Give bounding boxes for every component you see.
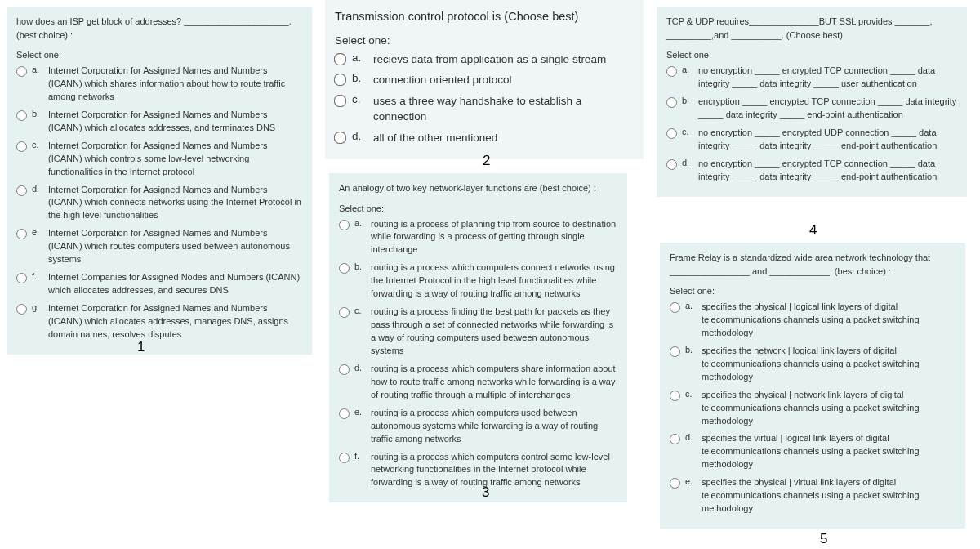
question-number-1: 1: [137, 339, 145, 355]
question-4-prompt: TCP & UDP requires______________BUT SSL …: [666, 15, 957, 42]
radio-icon[interactable]: [339, 263, 350, 274]
option-c[interactable]: c.no encryption _____ encrypted UDP conn…: [666, 127, 957, 153]
radio-icon[interactable]: [16, 110, 27, 121]
option-e[interactable]: e.Internet Corporation for Assigned Name…: [16, 227, 302, 266]
radio-icon[interactable]: [334, 74, 347, 87]
option-b[interactable]: b.routing is a process which computers c…: [339, 261, 617, 301]
question-3-options: a.routing is a process of planning trip …: [339, 218, 617, 490]
question-5-selectlabel: Select one:: [670, 286, 956, 296]
question-2: Transmission control protocol is (Choose…: [325, 0, 644, 159]
radio-icon[interactable]: [666, 97, 677, 108]
radio-icon[interactable]: [339, 453, 350, 463]
option-d[interactable]: d.specifies the virtual | logical link l…: [670, 432, 956, 471]
option-e[interactable]: e.routing is a process which computers u…: [339, 407, 617, 446]
question-2-options: a.recievs data from application as a sin…: [335, 51, 634, 146]
radio-icon[interactable]: [670, 346, 680, 357]
question-number-3: 3: [482, 484, 489, 501]
option-b[interactable]: b.specifies the network | logical link l…: [670, 345, 956, 384]
radio-icon[interactable]: [666, 66, 677, 77]
option-c[interactable]: c.specifies the physical | network link …: [670, 389, 956, 428]
question-number-4: 4: [809, 222, 817, 239]
radio-icon[interactable]: [16, 141, 27, 152]
radio-icon[interactable]: [334, 52, 347, 65]
option-a[interactable]: a.specifies the physical | logical link …: [670, 301, 956, 340]
question-3-selectlabel: Select one:: [339, 203, 617, 213]
option-d[interactable]: d.no encryption _____ encrypted TCP conn…: [666, 158, 957, 184]
radio-icon[interactable]: [16, 185, 27, 196]
radio-icon[interactable]: [670, 478, 680, 489]
question-4-selectlabel: Select one:: [666, 50, 957, 60]
question-2-selectlabel: Select one:: [335, 34, 634, 47]
radio-icon[interactable]: [666, 159, 677, 170]
radio-icon[interactable]: [339, 408, 350, 419]
radio-icon[interactable]: [16, 66, 27, 77]
option-f[interactable]: f.Internet Companies for Assigned Nodes …: [16, 271, 302, 297]
radio-icon[interactable]: [670, 391, 680, 401]
radio-icon[interactable]: [16, 273, 27, 283]
question-1-options: a.Internet Corporation for Assigned Name…: [16, 65, 302, 341]
option-d[interactable]: d.routing is a process which computers s…: [339, 363, 617, 402]
option-b[interactable]: b.encryption _____ encrypted TCP connect…: [666, 96, 957, 122]
radio-icon[interactable]: [666, 128, 677, 139]
option-g[interactable]: g.Internet Corporation for Assigned Name…: [16, 302, 302, 341]
radio-icon[interactable]: [334, 132, 347, 145]
radio-icon[interactable]: [339, 220, 350, 230]
radio-icon[interactable]: [16, 229, 27, 239]
option-d[interactable]: d.all of the other mentioned: [335, 130, 634, 146]
question-5-prompt: Frame Relay is a standardized wide area …: [670, 251, 956, 278]
option-b[interactable]: b.Internet Corporation for Assigned Name…: [16, 109, 302, 135]
radio-icon[interactable]: [670, 302, 680, 313]
question-3: An analogy of two key network-layer func…: [329, 173, 627, 502]
radio-icon[interactable]: [339, 364, 350, 375]
question-1: how does an ISP get block of addresses? …: [7, 7, 312, 355]
option-a[interactable]: a.Internet Corporation for Assigned Name…: [16, 65, 302, 104]
question-3-prompt: An analogy of two key network-layer func…: [339, 181, 617, 195]
question-4-options: a.no encryption _____ encrypted TCP conn…: [666, 65, 957, 184]
option-c[interactable]: c.uses a three way handshake to establis…: [335, 93, 634, 125]
question-5: Frame Relay is a standardized wide area …: [660, 243, 965, 529]
option-e[interactable]: e.specifies the physical | virtual link …: [670, 476, 956, 516]
radio-icon[interactable]: [670, 434, 680, 444]
question-number-5: 5: [820, 531, 827, 547]
option-c[interactable]: c.Internet Corporation for Assigned Name…: [16, 140, 302, 179]
option-a[interactable]: a.routing is a process of planning trip …: [339, 218, 617, 257]
radio-icon[interactable]: [334, 95, 347, 108]
question-5-options: a.specifies the physical | logical link …: [670, 301, 956, 516]
option-a[interactable]: a.no encryption _____ encrypted TCP conn…: [666, 65, 957, 91]
radio-icon[interactable]: [16, 304, 27, 315]
question-4: TCP & UDP requires______________BUT SSL …: [657, 7, 967, 197]
question-2-prompt: Transmission control protocol is (Choose…: [335, 8, 634, 26]
question-1-prompt: how does an ISP get block of addresses? …: [16, 15, 302, 42]
option-b[interactable]: b.connection oriented protocol: [335, 72, 634, 88]
question-number-2: 2: [483, 153, 490, 169]
option-f[interactable]: f.routing is a process which computers c…: [339, 451, 617, 490]
option-c[interactable]: c.routing is a process finding the best …: [339, 306, 617, 358]
question-1-selectlabel: Select one:: [16, 50, 302, 60]
radio-icon[interactable]: [339, 307, 350, 318]
option-a[interactable]: a.recievs data from application as a sin…: [335, 51, 634, 68]
option-d[interactable]: d.Internet Corporation for Assigned Name…: [16, 184, 302, 223]
